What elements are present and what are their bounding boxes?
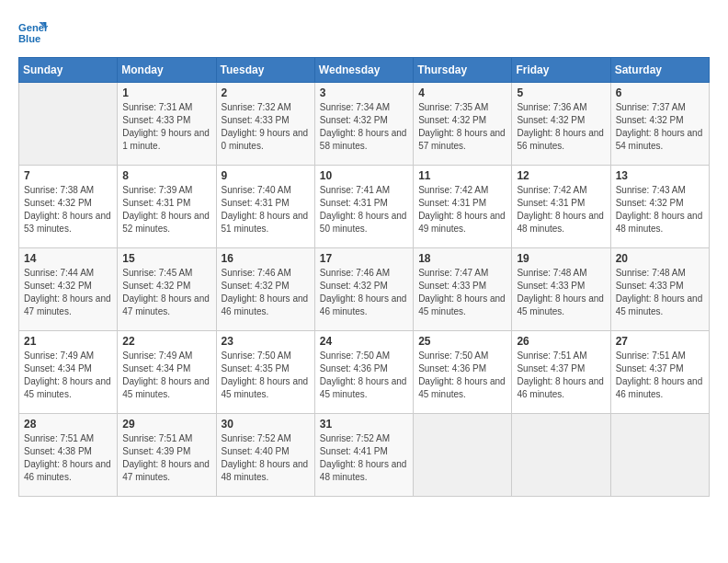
- day-info: Sunrise: 7:37 AMSunset: 4:32 PMDaylight:…: [616, 101, 704, 153]
- calendar-cell: 19Sunrise: 7:48 AMSunset: 4:33 PMDayligh…: [512, 248, 610, 331]
- calendar-cell: 15Sunrise: 7:45 AMSunset: 4:32 PMDayligh…: [118, 248, 216, 331]
- day-info: Sunrise: 7:47 AMSunset: 4:33 PMDaylight:…: [418, 267, 506, 318]
- logo: General Blue: [18, 18, 48, 48]
- day-number: 20: [616, 252, 704, 265]
- day-info: Sunrise: 7:51 AMSunset: 4:39 PMDaylight:…: [122, 432, 210, 484]
- day-info: Sunrise: 7:41 AMSunset: 4:31 PMDaylight:…: [320, 184, 408, 236]
- calendar-cell: [414, 414, 512, 497]
- calendar-cell: [512, 414, 610, 497]
- calendar-cell: 25Sunrise: 7:50 AMSunset: 4:36 PMDayligh…: [414, 331, 512, 414]
- day-number: 1: [122, 86, 210, 99]
- day-info: Sunrise: 7:31 AMSunset: 4:33 PMDaylight:…: [122, 101, 210, 153]
- day-info: Sunrise: 7:32 AMSunset: 4:33 PMDaylight:…: [222, 101, 310, 153]
- day-number: 14: [24, 252, 112, 265]
- weekday-header-saturday: Saturday: [610, 58, 709, 83]
- calendar-cell: 20Sunrise: 7:48 AMSunset: 4:33 PMDayligh…: [610, 248, 709, 331]
- day-number: 17: [320, 252, 408, 265]
- day-info: Sunrise: 7:39 AMSunset: 4:31 PMDaylight:…: [122, 184, 210, 236]
- day-info: Sunrise: 7:48 AMSunset: 4:33 PMDaylight:…: [616, 267, 704, 318]
- day-info: Sunrise: 7:46 AMSunset: 4:32 PMDaylight:…: [320, 267, 408, 318]
- calendar-cell: 10Sunrise: 7:41 AMSunset: 4:31 PMDayligh…: [314, 166, 413, 248]
- calendar-cell: 21Sunrise: 7:49 AMSunset: 4:34 PMDayligh…: [19, 331, 118, 414]
- day-number: 13: [616, 169, 704, 182]
- day-number: 9: [222, 169, 310, 182]
- calendar-cell: 30Sunrise: 7:52 AMSunset: 4:40 PMDayligh…: [216, 414, 314, 497]
- day-info: Sunrise: 7:42 AMSunset: 4:31 PMDaylight:…: [418, 184, 506, 236]
- calendar-cell: 11Sunrise: 7:42 AMSunset: 4:31 PMDayligh…: [414, 166, 512, 248]
- day-number: 4: [418, 86, 506, 99]
- day-number: 23: [222, 335, 310, 348]
- calendar-cell: 22Sunrise: 7:49 AMSunset: 4:34 PMDayligh…: [118, 331, 216, 414]
- calendar-cell: 9Sunrise: 7:40 AMSunset: 4:31 PMDaylight…: [216, 166, 314, 248]
- weekday-header-tuesday: Tuesday: [216, 58, 314, 83]
- day-info: Sunrise: 7:51 AMSunset: 4:37 PMDaylight:…: [517, 350, 605, 401]
- day-number: 22: [122, 335, 210, 348]
- weekday-header-monday: Monday: [118, 58, 216, 83]
- day-number: 31: [320, 418, 408, 431]
- calendar-cell: 17Sunrise: 7:46 AMSunset: 4:32 PMDayligh…: [314, 248, 413, 331]
- day-info: Sunrise: 7:50 AMSunset: 4:36 PMDaylight:…: [320, 350, 408, 401]
- calendar-cell: 3Sunrise: 7:34 AMSunset: 4:32 PMDaylight…: [314, 83, 413, 166]
- day-number: 26: [517, 335, 605, 348]
- calendar-cell: 14Sunrise: 7:44 AMSunset: 4:32 PMDayligh…: [19, 248, 118, 331]
- calendar-table: SundayMondayTuesdayWednesdayThursdayFrid…: [18, 57, 710, 497]
- day-number: 5: [517, 86, 605, 99]
- calendar-cell: 26Sunrise: 7:51 AMSunset: 4:37 PMDayligh…: [512, 331, 610, 414]
- day-info: Sunrise: 7:49 AMSunset: 4:34 PMDaylight:…: [24, 350, 112, 401]
- day-number: 25: [418, 335, 506, 348]
- calendar-cell: 4Sunrise: 7:35 AMSunset: 4:32 PMDaylight…: [414, 83, 512, 166]
- calendar-cell: 6Sunrise: 7:37 AMSunset: 4:32 PMDaylight…: [610, 83, 709, 166]
- day-info: Sunrise: 7:52 AMSunset: 4:40 PMDaylight:…: [222, 432, 310, 484]
- day-info: Sunrise: 7:34 AMSunset: 4:32 PMDaylight:…: [320, 101, 408, 153]
- week-row-4: 21Sunrise: 7:49 AMSunset: 4:34 PMDayligh…: [19, 331, 710, 414]
- calendar-cell: 18Sunrise: 7:47 AMSunset: 4:33 PMDayligh…: [414, 248, 512, 331]
- weekday-header-wednesday: Wednesday: [314, 58, 413, 83]
- calendar-cell: 1Sunrise: 7:31 AMSunset: 4:33 PMDaylight…: [118, 83, 216, 166]
- weekday-header-friday: Friday: [512, 58, 610, 83]
- day-number: 6: [616, 86, 704, 99]
- day-info: Sunrise: 7:48 AMSunset: 4:33 PMDaylight:…: [517, 267, 605, 318]
- day-number: 30: [222, 418, 310, 431]
- week-row-1: 1Sunrise: 7:31 AMSunset: 4:33 PMDaylight…: [19, 83, 710, 166]
- day-info: Sunrise: 7:38 AMSunset: 4:32 PMDaylight:…: [24, 184, 112, 236]
- day-info: Sunrise: 7:50 AMSunset: 4:35 PMDaylight:…: [222, 350, 310, 401]
- day-info: Sunrise: 7:40 AMSunset: 4:31 PMDaylight:…: [222, 184, 310, 236]
- day-info: Sunrise: 7:42 AMSunset: 4:31 PMDaylight:…: [517, 184, 605, 236]
- day-info: Sunrise: 7:51 AMSunset: 4:38 PMDaylight:…: [24, 432, 112, 484]
- day-number: 19: [517, 252, 605, 265]
- svg-text:Blue: Blue: [18, 33, 40, 44]
- day-number: 16: [222, 252, 310, 265]
- day-info: Sunrise: 7:45 AMSunset: 4:32 PMDaylight:…: [122, 267, 210, 318]
- day-number: 10: [320, 169, 408, 182]
- weekday-header-row: SundayMondayTuesdayWednesdayThursdayFrid…: [19, 58, 710, 83]
- calendar-cell: 23Sunrise: 7:50 AMSunset: 4:35 PMDayligh…: [216, 331, 314, 414]
- calendar-cell: [19, 83, 118, 166]
- calendar-cell: 7Sunrise: 7:38 AMSunset: 4:32 PMDaylight…: [19, 166, 118, 248]
- day-number: 3: [320, 86, 408, 99]
- day-number: 27: [616, 335, 704, 348]
- calendar-cell: 12Sunrise: 7:42 AMSunset: 4:31 PMDayligh…: [512, 166, 610, 248]
- day-number: 29: [122, 418, 210, 431]
- weekday-header-sunday: Sunday: [19, 58, 118, 83]
- calendar-cell: 27Sunrise: 7:51 AMSunset: 4:37 PMDayligh…: [610, 331, 709, 414]
- day-number: 11: [418, 169, 506, 182]
- calendar-cell: 8Sunrise: 7:39 AMSunset: 4:31 PMDaylight…: [118, 166, 216, 248]
- day-info: Sunrise: 7:44 AMSunset: 4:32 PMDaylight:…: [24, 267, 112, 318]
- day-number: 7: [24, 169, 112, 182]
- page-header: General Blue: [18, 18, 710, 48]
- calendar-cell: 31Sunrise: 7:52 AMSunset: 4:41 PMDayligh…: [314, 414, 413, 497]
- week-row-5: 28Sunrise: 7:51 AMSunset: 4:38 PMDayligh…: [19, 414, 710, 497]
- day-number: 2: [222, 86, 310, 99]
- day-info: Sunrise: 7:52 AMSunset: 4:41 PMDaylight:…: [320, 432, 408, 484]
- day-info: Sunrise: 7:51 AMSunset: 4:37 PMDaylight:…: [616, 350, 704, 401]
- calendar-cell: [610, 414, 709, 497]
- day-number: 24: [320, 335, 408, 348]
- calendar-cell: 5Sunrise: 7:36 AMSunset: 4:32 PMDaylight…: [512, 83, 610, 166]
- weekday-header-thursday: Thursday: [414, 58, 512, 83]
- day-info: Sunrise: 7:36 AMSunset: 4:32 PMDaylight:…: [517, 101, 605, 153]
- logo-icon: General Blue: [18, 18, 48, 48]
- day-number: 15: [122, 252, 210, 265]
- day-info: Sunrise: 7:50 AMSunset: 4:36 PMDaylight:…: [418, 350, 506, 401]
- day-number: 28: [24, 418, 112, 431]
- week-row-3: 14Sunrise: 7:44 AMSunset: 4:32 PMDayligh…: [19, 248, 710, 331]
